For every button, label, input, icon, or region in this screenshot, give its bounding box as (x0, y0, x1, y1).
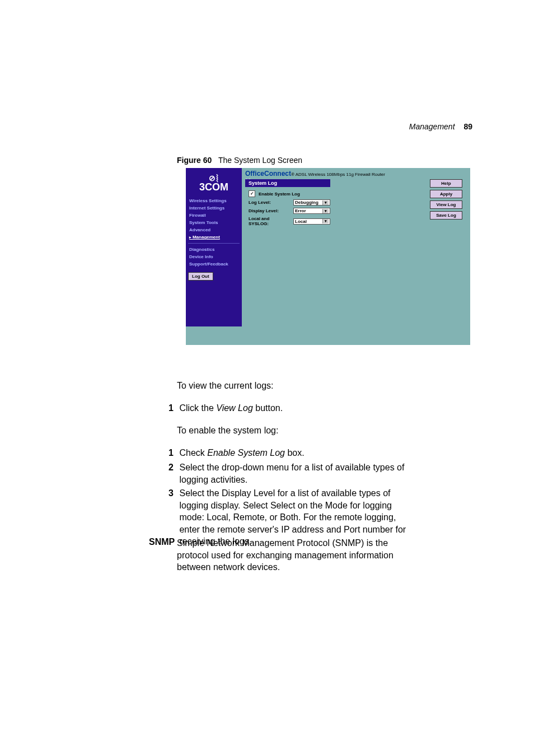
dropdown-arrow-icon: ▾ (322, 200, 329, 205)
local-syslog-value: Local (295, 219, 307, 224)
figure-title: The System Log Screen (218, 156, 302, 165)
display-level-label: Display Level: (249, 208, 290, 213)
sidebar-sub-device-info[interactable]: Device Info (188, 253, 240, 260)
sidebar-item-internet[interactable]: Internet Settings (188, 204, 240, 212)
sidebar-item-system-tools[interactable]: System Tools (188, 219, 240, 226)
sidebar-item-wireless[interactable]: Wireless Settings (188, 197, 240, 204)
local-syslog-select[interactable]: Local ▾ (293, 218, 330, 225)
figure-caption: Figure 60 The System Log Screen (177, 156, 302, 165)
save-log-button[interactable]: Save Log (430, 211, 462, 220)
step-text: Check Enable System Log box. (176, 447, 410, 459)
step-enable-2: 2 Select the drop-down menu for a list o… (161, 461, 411, 486)
apply-button[interactable]: Apply (430, 190, 462, 198)
step-text: Select the drop-down menu for a list of … (176, 461, 410, 486)
running-header: Management 89 (409, 122, 472, 131)
sidebar-item-firewall[interactable]: Firewall (188, 212, 240, 219)
step-number: 2 (161, 461, 174, 474)
content-area: System Log ✓ Enable System Log Log Level… (242, 179, 470, 326)
snmp-paragraph: Simple Network Management Protocol (SNMP… (177, 537, 411, 573)
system-log-screenshot: ⊘⦚ 3COM OfficeConnect® ADSL Wireless 108… (186, 168, 470, 345)
step-number: 3 (161, 487, 174, 500)
step-number: 1 (161, 447, 174, 459)
display-level-value: Error (295, 208, 306, 213)
step-text: Click the View Log button. (176, 402, 410, 414)
log-level-value: Debugging (295, 200, 318, 205)
logo-swirl-icon: ⊘⦚ (209, 174, 219, 182)
sidebar-item-advanced[interactable]: Advanced (188, 226, 240, 234)
sidebar-sub-diagnostics[interactable]: Diagnostics (188, 246, 240, 253)
display-level-select[interactable]: Error ▾ (293, 208, 330, 214)
sidebar-item-management[interactable]: Management (188, 234, 240, 241)
enable-checkbox[interactable]: ✓ (249, 190, 255, 197)
local-syslog-label: Local and SYSLOG: (249, 216, 290, 226)
header-section: Management (409, 122, 455, 131)
product-line: OfficeConnect® ADSL Wireless 108Mbps 11g… (242, 168, 470, 178)
product-sub: ADSL Wireless 108Mbps 11g Firewall Route… (296, 172, 385, 177)
step-view-1: 1 Click the View Log button. (161, 402, 411, 414)
figure-label: Figure 60 (177, 156, 212, 165)
header-page: 89 (463, 122, 472, 131)
dropdown-arrow-icon: ▾ (322, 209, 329, 213)
logout-button[interactable]: Log Out (188, 272, 213, 281)
snmp-heading: SNMP (149, 537, 175, 547)
paragraph-enable-log: To enable the system log: (177, 424, 411, 437)
step-number: 1 (161, 402, 174, 414)
sidebar-sub-support[interactable]: Support/Feedback (188, 260, 240, 268)
paragraph-view-logs: To view the current logs: (177, 380, 411, 392)
enable-label: Enable System Log (259, 192, 300, 197)
sidebar-divider (188, 243, 240, 244)
help-button[interactable]: Help (430, 179, 462, 188)
sidebar: Welcome LAN Settings Wireless Settings I… (186, 179, 242, 326)
brand-logo: ⊘⦚ 3COM (186, 168, 242, 198)
view-log-button[interactable]: View Log (430, 200, 462, 209)
product-brand: OfficeConnect (245, 170, 291, 178)
logo-text: 3COM (199, 182, 228, 192)
log-level-label: Log Level: (249, 200, 290, 205)
step-enable-1: 1 Check Enable System Log box. (161, 447, 411, 459)
dropdown-arrow-icon: ▾ (322, 219, 329, 223)
panel-title: System Log (245, 179, 330, 187)
log-level-select[interactable]: Debugging ▾ (293, 199, 330, 206)
right-button-column: Help Apply View Log Save Log (430, 179, 462, 220)
